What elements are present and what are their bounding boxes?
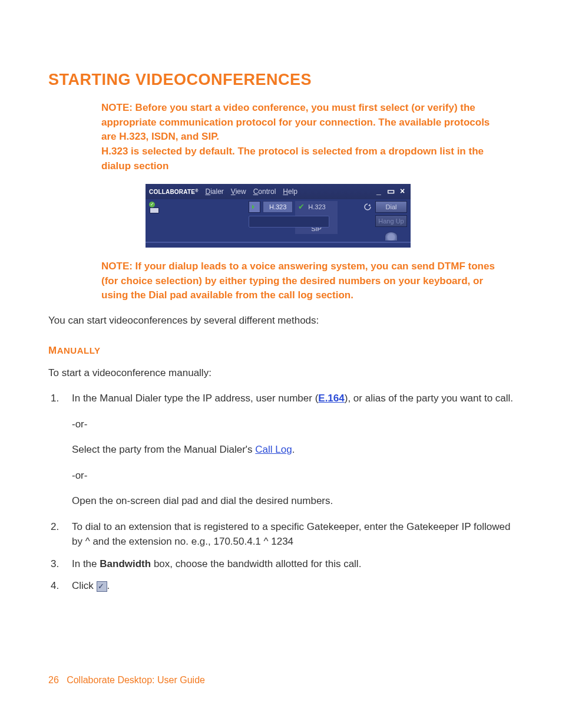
note-block-2: NOTE: If your dialup leads to a voice an… xyxy=(48,259,514,303)
step-4: Click . xyxy=(48,578,514,594)
step-1: In the Manual Dialer type the IP address… xyxy=(48,391,514,509)
step-1-alt-1: Select the party from the Manual Dialer'… xyxy=(72,442,514,457)
camera-status-icon[interactable]: ✓ xyxy=(149,203,161,215)
maximize-icon[interactable]: ▭ xyxy=(386,186,395,196)
menu-help[interactable]: Help xyxy=(283,187,297,196)
menu-view[interactable]: View xyxy=(231,187,246,196)
note-text-line: NOTE: Before you start a video conferenc… xyxy=(101,102,490,142)
protocol-selected[interactable]: H.323 xyxy=(263,201,293,213)
link-e164[interactable]: E.164 xyxy=(318,393,344,404)
intro-text: You can start videoconferences by severa… xyxy=(48,314,514,328)
minimize-icon[interactable]: _ xyxy=(374,186,384,196)
footer-title: Collaborate Desktop: User Guide xyxy=(67,675,205,685)
app-toolbar: ✓ H.323 ✔ H.323 ISDN SIP xyxy=(146,199,411,242)
dial-input[interactable] xyxy=(249,216,329,228)
close-icon[interactable]: × xyxy=(398,186,407,196)
page-number: 26 xyxy=(48,675,59,685)
app-logo: COLLABORATE® xyxy=(149,189,198,195)
globe-icon[interactable] xyxy=(385,232,398,241)
note-block-1: NOTE: Before you start a video conferenc… xyxy=(48,101,514,173)
call-buttons: Dial Hang Up xyxy=(362,201,407,227)
protocol-option-h323[interactable]: ✔ H.323 xyxy=(295,201,337,213)
manually-intro: To start a videoconference manually: xyxy=(48,366,514,381)
checkmark-icon: ✔ xyxy=(296,202,306,212)
manually-heading: MANUALLY xyxy=(48,345,514,357)
step-1-alt-2: Open the on-screen dial pad and dial the… xyxy=(72,493,514,509)
protocol-icon[interactable] xyxy=(249,201,260,213)
or-separator: -or- xyxy=(72,468,514,483)
refresh-icon[interactable] xyxy=(362,202,373,212)
step-3: In the Bandwidth box, choose the bandwid… xyxy=(48,556,514,572)
link-call-log[interactable]: Call Log xyxy=(255,444,292,455)
dial-button[interactable]: Dial xyxy=(375,201,407,213)
check-button-icon xyxy=(97,581,107,592)
or-separator: -or- xyxy=(72,417,514,432)
app-menubar: COLLABORATE® Dialer View Control Help _ … xyxy=(146,184,411,199)
page-heading: STARTING VIDEOCONFERENCES xyxy=(48,71,514,89)
app-screenshot: COLLABORATE® Dialer View Control Help _ … xyxy=(146,184,411,248)
hangup-button[interactable]: Hang Up xyxy=(375,215,407,227)
step-2: To dial to an extension that is register… xyxy=(48,519,514,549)
steps-list: In the Manual Dialer type the IP address… xyxy=(48,391,514,594)
bandwidth-label: Bandwidth xyxy=(100,558,151,569)
menu-control[interactable]: Control xyxy=(253,187,276,196)
document-page: STARTING VIDEOCONFERENCES NOTE: Before y… xyxy=(0,0,562,728)
note-text-line: H.323 is selected by default. The protoc… xyxy=(101,146,484,172)
app-bottom-bar xyxy=(146,242,411,248)
menu-dialer[interactable]: Dialer xyxy=(205,187,223,196)
window-controls: _ ▭ × xyxy=(374,186,407,196)
page-footer: 26 Collaborate Desktop: User Guide xyxy=(48,675,205,686)
